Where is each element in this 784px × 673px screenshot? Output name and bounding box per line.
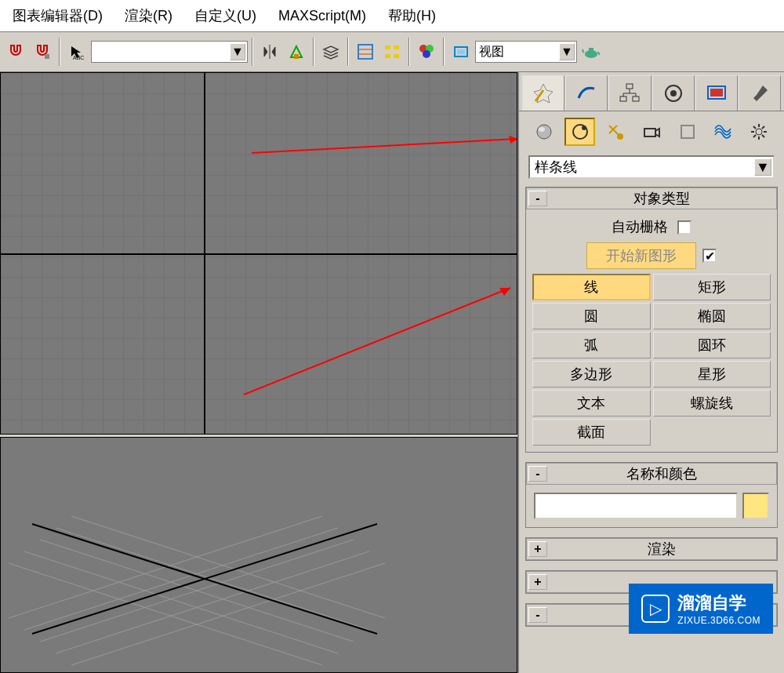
svg-rect-37 xyxy=(620,96,626,101)
svg-line-33 xyxy=(9,563,322,665)
watermark-url: ZIXUE.3D66.COM xyxy=(677,615,760,626)
menu-customize[interactable]: 自定义(U) xyxy=(183,0,267,31)
create-subtabs xyxy=(519,111,784,152)
svg-rect-0 xyxy=(45,54,49,59)
svg-line-31 xyxy=(71,516,385,618)
render-setup-icon[interactable] xyxy=(448,39,474,64)
svg-marker-21 xyxy=(509,136,517,144)
rectangle-button[interactable]: 矩形 xyxy=(653,274,771,300)
watermark-cn: 溜溜自学 xyxy=(677,591,760,615)
watermark-text: 溜溜自学 ZIXUE.3D66.COM xyxy=(677,591,760,626)
svg-line-25 xyxy=(56,551,369,653)
rollout-header[interactable]: - 名称和颜色 xyxy=(526,463,777,485)
object-name-input[interactable] xyxy=(534,493,738,519)
lights-subtab-icon[interactable] xyxy=(600,118,631,146)
viewport-dropdown[interactable]: 视图 ▼ xyxy=(475,41,577,63)
dropdown-arrow-icon[interactable]: ▼ xyxy=(754,158,771,176)
align-icon[interactable] xyxy=(284,39,309,64)
autogrid-label: 自动栅格 xyxy=(612,219,668,235)
svg-rect-42 xyxy=(710,89,723,96)
helix-button[interactable]: 螺旋线 xyxy=(653,390,771,417)
geometry-subtab-icon[interactable] xyxy=(528,118,560,146)
selection-filter-dropdown[interactable]: ▼ xyxy=(91,41,248,63)
modify-tab[interactable] xyxy=(565,75,608,111)
text-button[interactable]: 文本 xyxy=(532,390,651,417)
newshape-checkbox[interactable]: ✔ xyxy=(702,249,717,263)
dropdown-arrow-icon[interactable]: ▼ xyxy=(230,43,245,60)
main-toolbar: ABC ▼ 视图 ▼ xyxy=(0,31,784,72)
display-tab[interactable] xyxy=(695,75,738,111)
menu-maxscript[interactable]: MAXScript(M) xyxy=(267,2,377,31)
viewport-grid xyxy=(1,73,517,434)
ngon-button[interactable]: 多边形 xyxy=(532,361,651,387)
shapes-subtab-icon[interactable] xyxy=(564,118,596,146)
magnet-icon[interactable] xyxy=(3,39,28,64)
menu-graph-editors[interactable]: 图表编辑器(D) xyxy=(2,0,114,31)
curve-editor-icon[interactable] xyxy=(353,39,378,64)
layers-icon[interactable] xyxy=(318,39,343,64)
link-icon[interactable] xyxy=(30,39,55,64)
rollout-title: 对象类型 xyxy=(547,189,776,208)
svg-rect-7 xyxy=(394,45,399,49)
rollout-toggle-minus[interactable]: - xyxy=(528,191,547,206)
systems-subtab-icon[interactable] xyxy=(743,118,775,146)
viewports xyxy=(0,72,517,673)
rollout-header[interactable]: - 对象类型 xyxy=(526,187,777,209)
rollout-header[interactable]: + 渲染 xyxy=(526,538,777,560)
helpers-subtab-icon[interactable] xyxy=(672,118,703,146)
autogrid-checkbox[interactable] xyxy=(677,220,691,235)
rollout-toggle-minus[interactable]: - xyxy=(528,466,547,482)
cameras-subtab-icon[interactable] xyxy=(636,118,667,146)
motion-tab[interactable] xyxy=(652,75,695,111)
rollout-title: 名称和颜色 xyxy=(547,464,776,483)
svg-rect-49 xyxy=(681,126,694,138)
schematic-view-icon[interactable] xyxy=(379,39,405,64)
viewport-dropdown-value: 视图 xyxy=(479,44,504,60)
svg-line-27 xyxy=(24,528,338,630)
material-editor-icon[interactable] xyxy=(414,39,439,64)
svg-rect-9 xyxy=(394,54,399,58)
category-dropdown[interactable]: 样条线 ▼ xyxy=(528,155,775,179)
svg-line-30 xyxy=(56,528,369,630)
svg-point-12 xyxy=(423,50,430,58)
object-color-swatch[interactable] xyxy=(742,493,769,519)
svg-rect-16 xyxy=(589,48,593,51)
line-button[interactable]: 线 xyxy=(532,274,651,300)
arc-button[interactable]: 弧 xyxy=(532,332,651,358)
dropdown-arrow-icon[interactable]: ▼ xyxy=(559,43,575,60)
utilities-tab[interactable] xyxy=(739,75,781,111)
teapot-render-icon[interactable] xyxy=(579,39,604,64)
mirror-icon[interactable] xyxy=(257,39,282,64)
menu-render[interactable]: 渲染(R) xyxy=(114,0,183,31)
rollout-toggle-minus[interactable]: - xyxy=(528,607,547,623)
menu-bar: 图表编辑器(D) 渲染(R) 自定义(U) MAXScript(M) 帮助(H) xyxy=(0,0,784,31)
command-panel-tabs xyxy=(519,72,784,111)
circle-button[interactable]: 圆 xyxy=(532,303,651,329)
svg-rect-14 xyxy=(457,49,465,54)
spacewarps-subtab-icon[interactable] xyxy=(708,118,739,146)
svg-line-20 xyxy=(252,139,517,153)
menu-help[interactable]: 帮助(H) xyxy=(377,0,447,31)
select-arrow-icon[interactable]: ABC xyxy=(64,39,89,64)
svg-rect-8 xyxy=(385,54,390,58)
donut-button[interactable]: 圆环 xyxy=(653,332,771,358)
ellipse-button[interactable]: 椭圆 xyxy=(653,303,771,329)
section-button[interactable]: 截面 xyxy=(532,419,651,446)
rollout-toggle-plus[interactable]: + xyxy=(528,574,547,590)
svg-point-43 xyxy=(537,125,551,139)
svg-rect-6 xyxy=(385,45,390,49)
annotation-arrow-2 xyxy=(244,285,517,402)
annotation-arrow-1 xyxy=(252,136,517,167)
category-value: 样条线 xyxy=(535,158,577,176)
shape-button-grid: 线 矩形 圆 椭圆 弧 圆环 多边形 星形 文本 螺旋线 截面 xyxy=(531,272,772,447)
rollout-toggle-plus[interactable]: + xyxy=(528,541,547,557)
svg-text:ABC: ABC xyxy=(73,55,84,60)
viewport-perspective[interactable] xyxy=(0,437,517,673)
svg-line-32 xyxy=(24,551,338,653)
create-tab[interactable] xyxy=(522,75,564,111)
svg-point-47 xyxy=(617,133,623,140)
hierarchy-tab[interactable] xyxy=(608,75,651,111)
start-new-shape-button[interactable]: 开始新图形 xyxy=(586,242,696,269)
star-button[interactable]: 星形 xyxy=(653,361,771,387)
viewport-top[interactable] xyxy=(0,72,517,435)
